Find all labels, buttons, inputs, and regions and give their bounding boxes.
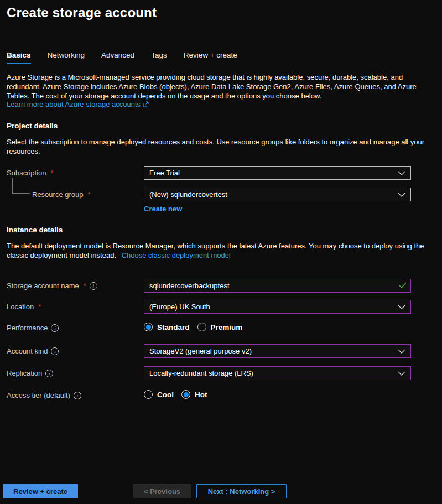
required-asterisk: * <box>88 190 91 199</box>
project-details-description: Select the subscription to manage deploy… <box>7 137 436 156</box>
replication-dropdown[interactable]: Locally-redundant storage (LRS) <box>144 366 411 380</box>
classic-deployment-link[interactable]: Choose classic deployment model <box>122 251 231 259</box>
location-label: Location* <box>7 300 144 311</box>
tree-connector-line <box>12 178 30 194</box>
info-icon[interactable]: i <box>45 370 53 377</box>
required-asterisk: * <box>84 282 86 290</box>
subscription-label-text: Subscription <box>7 169 46 177</box>
tab-networking[interactable]: Networking <box>48 51 85 64</box>
account-kind-dropdown[interactable]: StorageV2 (general purpose v2) <box>144 344 411 358</box>
account-kind-label-text: Account kind <box>7 347 48 355</box>
required-asterisk: * <box>51 169 54 177</box>
access-tier-cool-label: Cool <box>157 391 174 399</box>
performance-label-text: Performance <box>7 324 48 332</box>
instance-details-description: The default deployment model is Resource… <box>7 241 436 260</box>
performance-label: Performance i <box>7 321 144 332</box>
chevron-down-icon <box>398 169 405 177</box>
valid-checkmark-icon <box>399 282 407 290</box>
wizard-footer: Review + create < Previous Next : Networ… <box>0 484 442 504</box>
radio-circle <box>144 390 153 399</box>
next-networking-button[interactable]: Next : Networking > <box>196 484 287 498</box>
tab-tags[interactable]: Tags <box>151 51 167 64</box>
chevron-down-icon <box>398 303 405 311</box>
radio-circle <box>144 323 153 331</box>
page-title: Create storage account <box>7 5 157 20</box>
resource-group-value: (New) sqlundercovertest <box>149 190 398 199</box>
access-tier-label: Access tier (default) i <box>7 388 144 399</box>
project-details-heading: Project details <box>7 122 58 130</box>
storage-account-name-label-text: Storage account name <box>7 282 79 290</box>
access-tier-hot-label: Hot <box>195 391 207 399</box>
required-asterisk: * <box>38 303 41 311</box>
replication-label: Replication i <box>7 366 144 377</box>
location-label-text: Location <box>7 303 34 311</box>
storage-account-name-label: Storage account name* i <box>7 279 144 290</box>
resource-group-label: Resource group* <box>7 188 144 199</box>
info-icon[interactable]: i <box>74 392 81 399</box>
subscription-label: Subscription* <box>7 166 144 177</box>
create-storage-account-page: Create storage account Basics Networking… <box>0 0 442 504</box>
learn-more-link-label: Learn more about Azure storage accounts <box>7 100 141 108</box>
account-kind-value: StorageV2 (general purpose v2) <box>149 347 398 355</box>
chevron-down-icon <box>398 190 405 199</box>
previous-button[interactable]: < Previous <box>133 484 191 498</box>
info-icon[interactable]: i <box>51 347 59 355</box>
chevron-down-icon <box>398 347 405 355</box>
radio-circle <box>181 390 190 399</box>
resource-group-label-text: Resource group <box>32 190 84 199</box>
performance-standard-radio[interactable]: Standard <box>144 323 190 331</box>
subscription-dropdown[interactable]: Free Trial <box>144 166 411 180</box>
resource-group-dropdown[interactable]: (New) sqlundercovertest <box>144 188 411 201</box>
location-dropdown[interactable]: (Europe) UK South <box>144 300 411 314</box>
wizard-tabs: Basics Networking Advanced Tags Review +… <box>7 51 237 64</box>
performance-radio-group: Standard Premium <box>144 321 411 331</box>
info-icon[interactable]: i <box>51 324 59 332</box>
access-tier-cool-radio[interactable]: Cool <box>144 390 174 399</box>
instance-details-heading: Instance details <box>7 226 63 234</box>
access-tier-label-text: Access tier (default) <box>7 391 70 399</box>
external-link-icon <box>143 101 149 109</box>
tab-advanced[interactable]: Advanced <box>101 51 134 64</box>
account-kind-label: Account kind i <box>7 344 144 355</box>
performance-standard-label: Standard <box>157 323 190 331</box>
info-icon[interactable]: i <box>90 282 97 290</box>
replication-label-text: Replication <box>7 369 42 377</box>
storage-account-name-input[interactable] <box>144 279 411 293</box>
intro-description: Azure Storage is a Microsoft-managed ser… <box>7 72 436 101</box>
review-create-button[interactable]: Review + create <box>3 484 78 498</box>
access-tier-radio-group: Cool Hot <box>144 388 411 399</box>
create-new-link[interactable]: Create new <box>144 205 182 213</box>
tab-review-create[interactable]: Review + create <box>184 51 237 64</box>
tab-basics[interactable]: Basics <box>7 51 31 64</box>
chevron-down-icon <box>398 369 405 377</box>
learn-more-link[interactable]: Learn more about Azure storage accounts <box>7 100 149 108</box>
performance-premium-label: Premium <box>211 323 243 331</box>
location-value: (Europe) UK South <box>149 303 398 311</box>
performance-premium-radio[interactable]: Premium <box>197 323 243 331</box>
subscription-value: Free Trial <box>149 169 398 177</box>
access-tier-hot-radio[interactable]: Hot <box>181 390 207 399</box>
radio-circle <box>197 323 206 331</box>
replication-value: Locally-redundant storage (LRS) <box>149 369 398 377</box>
